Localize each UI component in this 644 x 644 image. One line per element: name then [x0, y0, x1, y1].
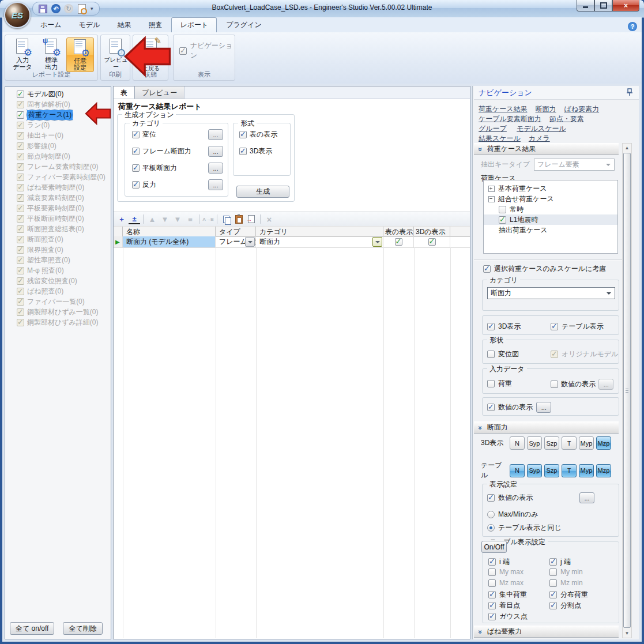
tree-item-influence-line[interactable]: 影響線(0): [5, 141, 111, 151]
numeric-display-checkbox-row[interactable]: 数値の表示 ...: [487, 402, 551, 413]
3d-display-checkbox-row[interactable]: 3D表示: [487, 322, 521, 332]
tree-item-section-check-summary[interactable]: 断面照査総括表(0): [5, 224, 111, 234]
column-header-type[interactable]: タイプ: [216, 227, 256, 236]
checkbox-icon[interactable]: [17, 122, 24, 129]
toggle-3d-N[interactable]: N: [510, 436, 525, 450]
toolbar-options-caret-icon[interactable]: ▾: [91, 6, 93, 12]
insert-row-icon[interactable]: ±: [129, 214, 140, 224]
checkbox-icon[interactable]: [428, 238, 436, 246]
checkbox-icon[interactable]: [17, 277, 24, 285]
plate-force-checkbox[interactable]: [132, 164, 140, 172]
toggle-table-N[interactable]: N: [510, 464, 525, 477]
save-icon[interactable]: [37, 3, 48, 14]
scroll-up-icon[interactable]: ▲: [623, 144, 631, 152]
input-numeric-checkbox-row[interactable]: 数値の表示 ...: [551, 379, 613, 390]
application-menu-button[interactable]: ES: [4, 2, 31, 28]
type-dropdown-icon[interactable]: [245, 237, 255, 247]
minimize-button[interactable]: [577, 0, 594, 12]
add-row-icon[interactable]: +: [116, 213, 127, 225]
tree-item-plate-history[interactable]: 平板要素時刻歴(0): [5, 203, 111, 213]
expand-icon[interactable]: [488, 186, 495, 192]
toggle-table-Syp[interactable]: Syp: [527, 464, 542, 477]
maxmin-only-radio-row[interactable]: Max/Minのみ: [487, 510, 538, 519]
link-model-scale[interactable]: モデルスケール: [517, 125, 566, 133]
navigation-visibility-checkbox[interactable]: ナビゲーション: [179, 41, 235, 61]
checkbox-icon[interactable]: [17, 267, 24, 274]
toggle-3d-Mzp[interactable]: Mzp: [596, 436, 611, 450]
all-onoff-button[interactable]: 全て on/off: [10, 622, 54, 635]
checkbox-icon[interactable]: [549, 558, 557, 566]
scrollbar-thumb[interactable]: [623, 153, 631, 628]
tree-item-l1-earthquake[interactable]: L1地震時: [484, 214, 617, 225]
checkbox-icon[interactable]: [17, 215, 24, 223]
checkbox-icon[interactable]: [551, 381, 558, 388]
checkbox-icon[interactable]: [17, 319, 24, 326]
radio-icon[interactable]: [487, 511, 495, 518]
numeric-display-options-button[interactable]: ...: [536, 402, 551, 413]
toggle-3d-Szp[interactable]: Szp: [544, 436, 559, 450]
checkbox-icon[interactable]: [499, 206, 506, 213]
concentrated-load-checkbox-row[interactable]: 集中荷重: [488, 590, 527, 600]
checkbox-icon[interactable]: [17, 308, 24, 316]
toggle-table-Myp[interactable]: Myp: [579, 464, 594, 477]
section-header-section-force[interactable]: » 断面力: [474, 421, 619, 434]
link-result-scale[interactable]: 結果スケール: [479, 134, 521, 142]
checkbox-icon[interactable]: [17, 132, 24, 140]
checkbox-icon[interactable]: [17, 225, 24, 233]
frame-force-options-button[interactable]: ...: [208, 146, 223, 157]
link-section-force[interactable]: 断面力: [536, 105, 556, 113]
tab-report[interactable]: レポート: [171, 17, 217, 32]
toggle-3d-T[interactable]: T: [562, 436, 577, 450]
checkbox-icon[interactable]: [551, 323, 558, 330]
toggle-table-Szp[interactable]: Szp: [544, 464, 559, 477]
tree-item-frame-history[interactable]: フレーム要素時刻歴(0): [5, 161, 111, 172]
displacement-checkbox[interactable]: [132, 131, 140, 138]
tree-item-spring-history[interactable]: ばね要素時刻歴(0): [5, 182, 111, 193]
table-row[interactable]: ▶ 断面力 (モデル全体) フレーム要素 断面力: [114, 236, 470, 248]
checkbox-icon[interactable]: [17, 153, 24, 160]
checkbox-icon[interactable]: [483, 265, 491, 273]
checkbox-icon[interactable]: [17, 111, 24, 119]
checkbox-icon[interactable]: [499, 216, 506, 224]
tree-item-steel-strain-list[interactable]: 鋼製部材ひずみ一覧(0): [5, 307, 111, 317]
i-end-checkbox-row[interactable]: i 端: [488, 557, 510, 567]
toggle-table-Mzp[interactable]: Mzp: [596, 464, 611, 477]
tree-item-m-phi-check[interactable]: M-φ 照査(0): [5, 265, 111, 276]
toggle-3d-Syp[interactable]: Syp: [527, 436, 542, 450]
checkbox-icon[interactable]: [17, 194, 24, 202]
tab-preview[interactable]: プレビュー: [135, 86, 184, 99]
point-of-interest-checkbox-row[interactable]: 着目点: [488, 601, 520, 611]
tab-home[interactable]: ホーム: [32, 18, 70, 32]
checkbox-icon[interactable]: [487, 494, 495, 502]
distributed-load-checkbox-row[interactable]: 分布荷重: [549, 590, 588, 600]
tree-item-steel-strain-detail[interactable]: 鋼製部材ひずみ詳細(0): [5, 317, 111, 327]
link-group[interactable]: グループ: [479, 125, 507, 133]
same-as-table-radio-row[interactable]: テーブル表示と同じ: [487, 523, 561, 533]
generate-button[interactable]: 生成: [236, 186, 289, 198]
tree-item-residual-disp-check[interactable]: 残留変位照査(0): [5, 276, 111, 286]
link-cable-section-force[interactable]: ケーブル要素断面力: [479, 115, 541, 123]
checkbox-icon[interactable]: [17, 236, 24, 243]
onoff-button[interactable]: On/Off: [481, 541, 507, 553]
plate-force-options-button[interactable]: ...: [208, 163, 223, 174]
radio-icon[interactable]: [487, 524, 495, 532]
row-selector-cell[interactable]: ▶: [114, 236, 123, 247]
cell-type[interactable]: フレーム要素: [216, 236, 256, 247]
numeric-options-button[interactable]: ...: [579, 492, 594, 503]
tree-item-normal-time[interactable]: 常時: [484, 204, 617, 214]
all-delete-button[interactable]: 全て削除: [63, 622, 102, 635]
checkbox-icon[interactable]: [17, 257, 24, 264]
checkbox-icon[interactable]: [487, 380, 495, 387]
tree-item-fiber-list[interactable]: ファイバー一覧(0): [5, 296, 111, 307]
checkbox-icon[interactable]: [17, 184, 24, 191]
link-load-case-results[interactable]: 荷重ケース結果: [479, 105, 528, 113]
tree-item-ductility-check[interactable]: 塑性率照査(0): [5, 255, 111, 265]
close-button[interactable]: ×: [612, 0, 639, 12]
tree-item-extract-key[interactable]: 抽出キー(0): [5, 130, 111, 141]
link-camera[interactable]: カメラ: [529, 134, 550, 142]
tab-results[interactable]: 結果: [109, 18, 139, 32]
load-checkbox-row[interactable]: 荷重: [487, 379, 512, 389]
checkbox-icon[interactable]: [488, 591, 496, 598]
checkbox-icon[interactable]: [549, 591, 557, 598]
undo-icon[interactable]: ↶: [51, 4, 61, 13]
